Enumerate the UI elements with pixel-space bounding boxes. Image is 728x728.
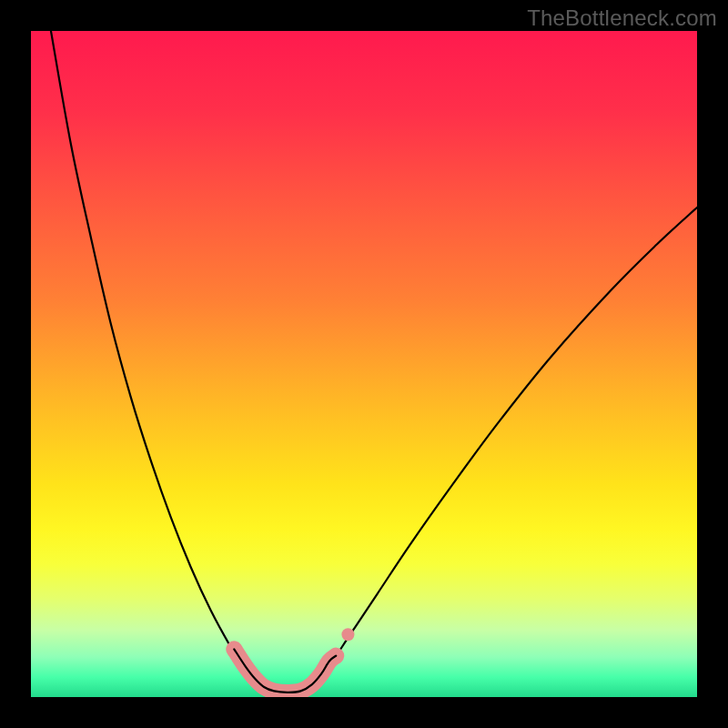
watermark-label: TheBottleneck.com xyxy=(527,5,717,31)
series-right-curve xyxy=(304,207,697,692)
marker-end-dot xyxy=(341,628,354,641)
chart-svg xyxy=(31,31,697,697)
curve-layer xyxy=(51,31,697,693)
plot-area xyxy=(31,31,697,697)
marker-layer xyxy=(234,628,354,693)
series-left-curve xyxy=(51,31,266,692)
outer-frame: TheBottleneck.com xyxy=(0,0,728,728)
